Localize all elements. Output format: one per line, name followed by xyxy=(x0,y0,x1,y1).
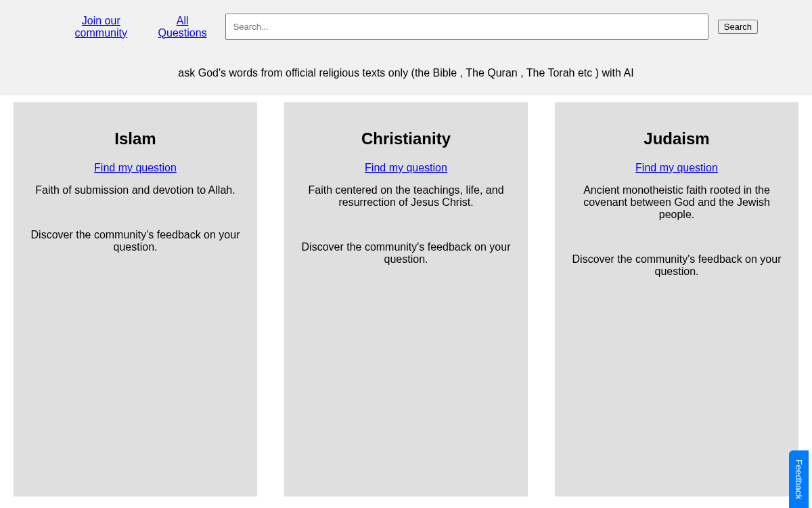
card-feedback: Discover the community's feedback on you… xyxy=(298,241,514,266)
card-description: Ancient monotheistic faith rooted in the… xyxy=(568,184,785,221)
join-community-link[interactable]: Join our community xyxy=(54,15,148,39)
feedback-tab[interactable]: Feedback xyxy=(789,450,809,508)
card-judaism: Judaism Find my question Ancient monothe… xyxy=(555,102,798,496)
card-title: Islam xyxy=(27,129,244,148)
card-description: Faith centered on the teachings, life, a… xyxy=(298,184,514,209)
tagline: ask God's words from official religious … xyxy=(54,40,758,96)
search-button[interactable]: Search xyxy=(718,20,758,34)
find-question-link[interactable]: Find my question xyxy=(635,162,718,173)
card-description: Faith of submission and devotion to Alla… xyxy=(27,184,244,196)
card-feedback: Discover the community's feedback on you… xyxy=(27,229,244,253)
all-questions-link[interactable]: All Questions xyxy=(151,15,215,39)
card-title: Judaism xyxy=(568,129,785,148)
card-feedback: Discover the community's feedback on you… xyxy=(568,253,785,278)
card-title: Christianity xyxy=(298,129,514,148)
card-islam: Islam Find my question Faith of submissi… xyxy=(14,102,257,496)
header: Join our community All Questions Search … xyxy=(0,0,812,96)
card-christianity: Christianity Find my question Faith cent… xyxy=(284,102,528,496)
cards-container: Islam Find my question Faith of submissi… xyxy=(0,96,812,503)
header-nav: Join our community All Questions Search xyxy=(54,14,758,40)
find-question-link[interactable]: Find my question xyxy=(365,162,447,173)
search-input[interactable] xyxy=(225,14,708,40)
find-question-link[interactable]: Find my question xyxy=(94,162,177,173)
